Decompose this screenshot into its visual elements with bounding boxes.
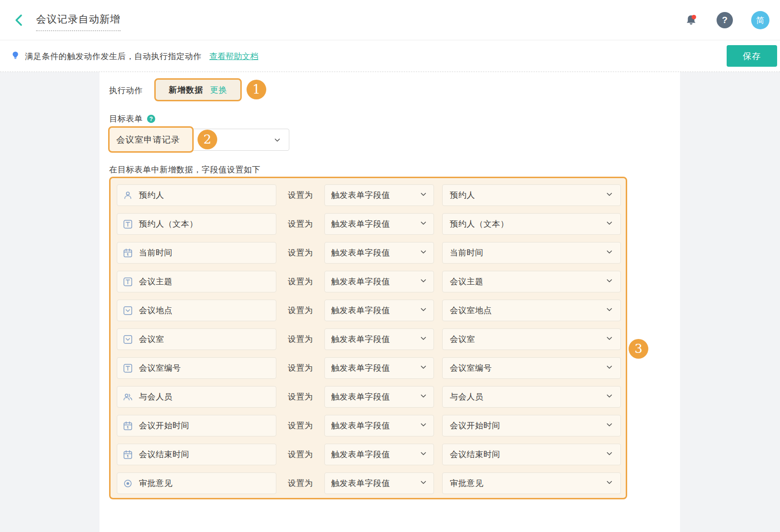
field-mapping-row: 会议主题 设置为 触发表单字段值 会议主题 (117, 271, 621, 292)
target-field-box[interactable]: 会议结束时间 (117, 444, 276, 465)
chevron-down-icon (420, 479, 427, 488)
chevron-down-icon (420, 306, 427, 315)
step-badge-3: 3 (629, 339, 648, 359)
target-field-box[interactable]: 会议主题 (117, 271, 276, 292)
source-field-select[interactable]: 会议结束时间 (442, 444, 621, 465)
target-field-box[interactable]: 会议室 (117, 328, 276, 350)
set-as-label: 设置为 (276, 276, 324, 287)
app-header: 会议记录自动新增 ? 简 (0, 0, 780, 40)
target-field-box[interactable]: 与会人员 (117, 386, 276, 408)
set-as-label: 设置为 (276, 334, 324, 345)
source-field-select[interactable]: 预约人（文本） (442, 213, 621, 235)
value-source-select[interactable]: 触发表单字段值 (324, 300, 434, 321)
target-field-name: 会议结束时间 (139, 449, 189, 460)
value-source-select[interactable]: 触发表单字段值 (324, 415, 434, 436)
chevron-left-icon (12, 20, 26, 28)
value-source-select[interactable]: 触发表单字段值 (324, 357, 434, 379)
target-field-box[interactable]: 会议室编号 (117, 357, 276, 379)
value-source-select[interactable]: 触发表单字段值 (324, 444, 434, 465)
source-field-select[interactable]: 预约人 (442, 184, 621, 206)
chevron-down-icon (606, 335, 613, 344)
chevron-down-icon (606, 306, 613, 315)
info-bar: 满足条件的触发动作发生后，自动执行指定动作 查看帮助文档 保存 (0, 40, 780, 72)
text-icon (123, 277, 133, 287)
user-icon (123, 191, 133, 200)
value-source-select[interactable]: 触发表单字段值 (324, 328, 434, 350)
target-field-box[interactable]: 当前时间 (117, 242, 276, 264)
field-mapping-list: 预约人 设置为 触发表单字段值 预约人 预约人（文本） 设置为 触发表单字段值 (109, 177, 627, 499)
chevron-down-icon (420, 335, 427, 344)
target-form-value: 会议室申请记录 (116, 134, 180, 145)
page-title: 会议记录自动新增 (36, 12, 121, 31)
target-field-name: 预约人 (139, 190, 164, 201)
target-field-name: 审批意见 (139, 478, 173, 489)
chevron-down-icon (273, 136, 281, 146)
mapping-caption: 在目标表单中新增数据，字段值设置如下 (109, 164, 260, 175)
action-label: 执行动作 (109, 85, 143, 96)
notifications-button[interactable] (684, 13, 698, 27)
source-field-select[interactable]: 会议室地点 (442, 300, 621, 321)
bell-icon (684, 21, 698, 29)
value-source-select[interactable]: 触发表单字段值 (324, 213, 434, 235)
select-icon (123, 335, 133, 344)
target-field-box[interactable]: 会议地点 (117, 300, 276, 321)
chevron-down-icon (606, 248, 613, 258)
source-field-select[interactable]: 审批意见 (442, 472, 621, 494)
info-text: 满足条件的触发动作发生后，自动执行指定动作 (25, 51, 202, 62)
source-field-select[interactable]: 与会人员 (442, 386, 621, 408)
calendar-icon (123, 450, 133, 459)
value-source-select[interactable]: 触发表单字段值 (324, 242, 434, 264)
chevron-down-icon (420, 248, 427, 258)
help-doc-link[interactable]: 查看帮助文档 (210, 51, 259, 62)
users-icon (123, 392, 133, 402)
chevron-down-icon (420, 219, 427, 229)
source-field-select[interactable]: 会议室 (442, 328, 621, 350)
target-field-name: 会议开始时间 (139, 420, 189, 431)
back-button[interactable] (12, 13, 26, 27)
set-as-label: 设置为 (276, 305, 324, 316)
value-source-select[interactable]: 触发表单字段值 (324, 271, 434, 292)
field-mapping-row: 与会人员 设置为 触发表单字段值 与会人员 (117, 386, 621, 408)
set-as-label: 设置为 (276, 363, 324, 374)
save-button[interactable]: 保存 (727, 45, 777, 67)
automation-card: 执行动作 新增数据 更换 1 目标表单 ? 会议室申请记录 2 在目标表单中新增… (99, 72, 680, 532)
target-field-box[interactable]: 预约人 (117, 184, 276, 206)
target-field-name: 会议室 (139, 334, 164, 345)
select-icon (123, 306, 133, 315)
source-field-select[interactable]: 会议室编号 (442, 357, 621, 379)
target-field-name: 会议地点 (139, 305, 173, 316)
chevron-down-icon (420, 277, 427, 287)
field-mapping-row: 当前时间 设置为 触发表单字段值 当前时间 (117, 242, 621, 264)
chevron-down-icon (606, 277, 613, 287)
chevron-down-icon (606, 219, 613, 229)
set-as-label: 设置为 (276, 190, 324, 201)
field-mapping-row: 会议开始时间 设置为 触发表单字段值 会议开始时间 (117, 415, 621, 436)
avatar[interactable]: 简 (751, 11, 769, 29)
set-as-label: 设置为 (276, 218, 324, 230)
change-action-link[interactable]: 更换 (210, 85, 227, 96)
target-field-box[interactable]: 预约人（文本） (117, 213, 276, 235)
target-field-box[interactable]: 会议开始时间 (117, 415, 276, 436)
set-as-label: 设置为 (276, 391, 324, 402)
question-mark-icon[interactable]: ? (147, 115, 155, 123)
source-field-select[interactable]: 会议开始时间 (442, 415, 621, 436)
step-badge-1: 1 (247, 80, 266, 99)
value-source-select[interactable]: 触发表单字段值 (324, 386, 434, 408)
action-type-box: 新增数据 更换 (154, 78, 242, 101)
help-button[interactable]: ? (717, 12, 733, 28)
source-field-select[interactable]: 当前时间 (442, 242, 621, 264)
target-form-label: 目标表单 (109, 113, 143, 124)
calendar-icon (123, 421, 133, 431)
field-mapping-row: 会议室 设置为 触发表单字段值 会议室 (117, 328, 621, 350)
chevron-down-icon (606, 479, 613, 488)
question-mark-icon: ? (722, 15, 728, 25)
value-source-select[interactable]: 触发表单字段值 (324, 184, 434, 206)
action-name: 新增数据 (169, 85, 203, 96)
target-field-box[interactable]: 审批意见 (117, 472, 276, 494)
chevron-down-icon (420, 363, 427, 373)
chevron-down-icon (606, 392, 613, 402)
source-field-select[interactable]: 会议主题 (442, 271, 621, 292)
field-mapping-row: 会议室编号 设置为 触发表单字段值 会议室编号 (117, 357, 621, 379)
value-source-select[interactable]: 触发表单字段值 (324, 472, 434, 494)
text-icon (123, 219, 133, 229)
